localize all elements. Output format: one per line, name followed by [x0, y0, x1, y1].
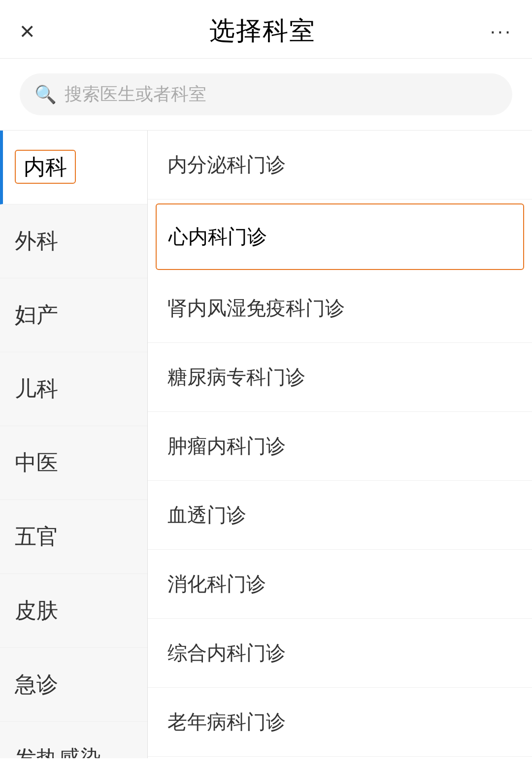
close-button[interactable]: ×: [20, 18, 34, 44]
right-item-xnkm[interactable]: 心内科门诊: [156, 203, 524, 270]
right-item-xhkm[interactable]: 消化科门诊: [148, 550, 532, 619]
sidebar-item-label-pifu: 皮肤: [15, 598, 58, 622]
page-title: 选择科室: [209, 14, 316, 48]
header: × 选择科室 ···: [0, 0, 532, 59]
sidebar-item-label-fuchan: 妇产: [15, 302, 58, 327]
sidebar-item-fareganran[interactable]: 发热感染: [0, 722, 147, 758]
sidebar-item-neike[interactable]: 内科: [0, 131, 147, 204]
sidebar-item-label-fareganran: 发热感染: [15, 746, 101, 758]
search-input[interactable]: 搜索医生或者科室: [65, 82, 206, 106]
sidebar-item-label-waike: 外科: [15, 229, 58, 253]
sidebar-item-label-jizhen: 急诊: [15, 672, 58, 696]
sidebar-item-label-erke: 儿科: [15, 376, 58, 401]
sidebar-item-label-zhongyi: 中医: [15, 450, 58, 474]
sidebar-item-label-neike: 内科: [15, 150, 76, 184]
sidebar-item-waike[interactable]: 外科: [0, 204, 147, 278]
more-button[interactable]: ···: [490, 20, 512, 42]
right-item-znkm[interactable]: 肿瘤内科门诊: [148, 412, 532, 481]
content-area: 内科外科妇产儿科中医五官皮肤急诊发热感染便民与社会服务 内分泌科门诊心内科门诊肾…: [0, 130, 532, 758]
sidebar-item-jizhen[interactable]: 急诊: [0, 648, 147, 722]
sidebar-item-wuguan[interactable]: 五官: [0, 500, 147, 574]
search-bar[interactable]: 🔍 搜索医生或者科室: [20, 73, 512, 115]
sidebar-item-fuchan[interactable]: 妇产: [0, 278, 147, 352]
right-content: 内分泌科门诊心内科门诊肾内风湿免疫科门诊糖尿病专科门诊肿瘤内科门诊血透门诊消化科…: [148, 131, 532, 758]
right-item-zhnkm[interactable]: 综合内科门诊: [148, 619, 532, 688]
right-item-xtm[interactable]: 血透门诊: [148, 481, 532, 550]
sidebar-item-zhongyi[interactable]: 中医: [0, 426, 147, 500]
left-sidebar: 内科外科妇产儿科中医五官皮肤急诊发热感染便民与社会服务: [0, 131, 148, 758]
search-container: 🔍 搜索医生或者科室: [0, 59, 532, 130]
right-item-nfxkm[interactable]: 内分泌科门诊: [148, 131, 532, 200]
sidebar-item-pifu[interactable]: 皮肤: [0, 574, 147, 648]
right-item-tnbzkm[interactable]: 糖尿病专科门诊: [148, 343, 532, 412]
right-item-lnbkm[interactable]: 老年病科门诊: [148, 688, 532, 757]
sidebar-item-erke[interactable]: 儿科: [0, 352, 147, 426]
search-icon: 🔍: [34, 84, 57, 105]
right-item-nfxkzjm[interactable]: 内分泌科专家门诊: [148, 757, 532, 758]
right-item-snfymkm[interactable]: 肾内风湿免疫科门诊: [148, 274, 532, 343]
sidebar-item-label-wuguan: 五官: [15, 524, 58, 548]
